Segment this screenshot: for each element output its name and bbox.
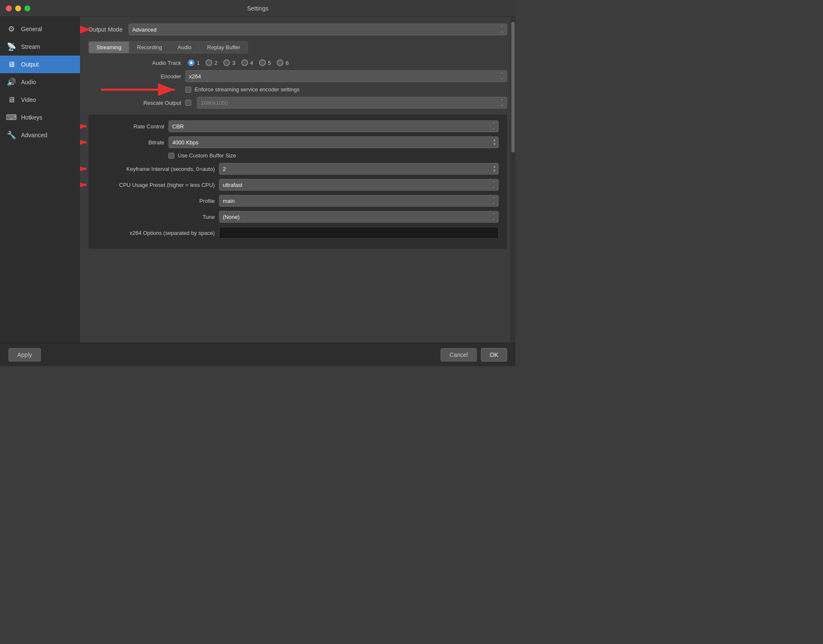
speaker-icon: 🔊 bbox=[7, 77, 16, 87]
track-6[interactable]: 6 bbox=[277, 59, 289, 66]
tune-select-wrapper: (None) film animation bbox=[219, 211, 499, 223]
arrow-rate-control bbox=[80, 118, 93, 135]
rescale-checkbox[interactable] bbox=[185, 100, 191, 106]
bottom-bar: Apply Cancel OK bbox=[0, 343, 516, 366]
tab-streaming[interactable]: Streaming bbox=[89, 42, 129, 53]
radio-track-1[interactable] bbox=[188, 59, 195, 66]
rescale-row: Rescale Output 1680x1050 1920x1080 bbox=[88, 97, 507, 109]
x264-options-label: x264 Options (separated by space) bbox=[97, 230, 215, 236]
cpu-preset-select[interactable]: ultrafast superfast veryfast faster fast… bbox=[219, 179, 499, 191]
monitor-icon: 🖥 bbox=[7, 60, 16, 69]
rate-control-select[interactable]: CBR VBR ABR bbox=[168, 120, 499, 132]
cpu-preset-row: CPU Usage Preset (higher = less CPU) ult… bbox=[97, 179, 499, 191]
track-2[interactable]: 2 bbox=[206, 59, 217, 66]
sidebar-item-general[interactable]: ⚙ General bbox=[0, 20, 80, 38]
encoder-label: Encoder bbox=[88, 73, 181, 80]
radio-track-6[interactable] bbox=[277, 59, 283, 66]
bitrate-input-wrapper bbox=[168, 136, 499, 148]
bitrate-label: Bitrate bbox=[97, 139, 164, 146]
apply-button[interactable]: Apply bbox=[8, 348, 41, 362]
output-mode-select[interactable]: Advanced Simple bbox=[128, 24, 507, 35]
arrow-bitrate bbox=[80, 134, 93, 151]
keyframe-row: Keyframe Interval (seconds, 0=auto) bbox=[97, 163, 499, 175]
window-title: Settings bbox=[247, 5, 269, 12]
sidebar-item-hotkeys[interactable]: ⌨ Hotkeys bbox=[0, 109, 80, 126]
output-mode-label: Output Mode bbox=[88, 26, 123, 33]
encoder-select-wrapper: x264 NVENC H.264 bbox=[185, 70, 507, 82]
radio-track-2[interactable] bbox=[206, 59, 212, 66]
sidebar-item-video[interactable]: 🖥 Video bbox=[0, 91, 80, 109]
cpu-preset-select-wrapper: ultrafast superfast veryfast faster fast… bbox=[219, 179, 499, 191]
sidebar-label-advanced: Advanced bbox=[21, 132, 47, 138]
content-area: Output Mode Advanced Simple Streaming Re… bbox=[80, 17, 516, 343]
tabs-container: Streaming Recording Audio Replay Buffer bbox=[88, 41, 248, 53]
x264-options-input[interactable] bbox=[219, 227, 499, 239]
sidebar-item-output[interactable]: 🖥 Output bbox=[0, 56, 80, 73]
tune-label: Tune bbox=[97, 214, 215, 220]
tab-replay-buffer[interactable]: Replay Buffer bbox=[200, 42, 248, 53]
track-1[interactable]: 1 bbox=[188, 59, 200, 66]
cancel-button[interactable]: Cancel bbox=[441, 348, 477, 362]
close-button[interactable] bbox=[6, 5, 12, 11]
gear-icon: ⚙ bbox=[7, 24, 16, 34]
track-5[interactable]: 5 bbox=[259, 59, 271, 66]
profile-row: Profile baseline main high bbox=[97, 195, 499, 207]
keyframe-input-wrapper bbox=[219, 163, 499, 175]
rescale-label: Rescale Output bbox=[88, 100, 181, 106]
enforce-checkbox[interactable] bbox=[185, 87, 191, 93]
rate-control-select-wrapper: CBR VBR ABR bbox=[168, 120, 499, 132]
encoder-select[interactable]: x264 NVENC H.264 bbox=[185, 70, 507, 82]
tab-audio[interactable]: Audio bbox=[170, 42, 200, 53]
minimize-button[interactable] bbox=[15, 5, 21, 11]
sidebar-item-stream[interactable]: 📡 Stream bbox=[0, 38, 80, 56]
track-options: 1 2 3 4 5 bbox=[188, 59, 289, 66]
radio-track-3[interactable] bbox=[223, 59, 230, 66]
audio-track-label: Audio Track bbox=[88, 60, 181, 66]
ok-button[interactable]: OK bbox=[481, 348, 507, 362]
profile-label: Profile bbox=[97, 198, 215, 204]
radio-track-4[interactable] bbox=[241, 59, 248, 66]
profile-select[interactable]: baseline main high bbox=[219, 195, 499, 207]
sidebar-item-audio[interactable]: 🔊 Audio bbox=[0, 73, 80, 91]
scrollbar-track[interactable] bbox=[510, 17, 516, 343]
profile-select-wrapper: baseline main high bbox=[219, 195, 499, 207]
bitrate-input[interactable] bbox=[168, 136, 499, 148]
arrow-enforce bbox=[97, 81, 181, 98]
keyframe-input[interactable] bbox=[219, 163, 499, 175]
encoder-settings-box: Rate Control CBR VBR ABR bbox=[88, 114, 507, 249]
track-3[interactable]: 3 bbox=[223, 59, 235, 66]
arrow-cpu bbox=[80, 176, 93, 193]
traffic-lights bbox=[6, 5, 30, 11]
rate-control-label: Rate Control bbox=[97, 123, 164, 130]
sidebar-label-video: Video bbox=[21, 96, 36, 103]
keyboard-icon: ⌨ bbox=[7, 113, 16, 122]
scrollbar-thumb[interactable] bbox=[511, 22, 515, 152]
title-bar: Settings bbox=[0, 0, 516, 17]
rate-control-row: Rate Control CBR VBR ABR bbox=[97, 120, 499, 132]
tune-row: Tune (None) film animation bbox=[97, 211, 499, 223]
tune-select[interactable]: (None) film animation bbox=[219, 211, 499, 223]
rescale-select[interactable]: 1680x1050 1920x1080 bbox=[197, 97, 507, 109]
custom-buffer-checkbox[interactable] bbox=[168, 153, 174, 159]
main-layout: ⚙ General 📡 Stream 🖥 Output 🔊 Audio 🖥 Vi… bbox=[0, 17, 516, 343]
bottom-right: Cancel OK bbox=[441, 348, 507, 362]
encoder-row: Encoder x264 NVENC H.264 bbox=[88, 70, 507, 82]
stream-icon: 📡 bbox=[7, 42, 16, 51]
track-4[interactable]: 4 bbox=[241, 59, 253, 66]
maximize-button[interactable] bbox=[24, 5, 30, 11]
sidebar: ⚙ General 📡 Stream 🖥 Output 🔊 Audio 🖥 Vi… bbox=[0, 17, 80, 343]
radio-track-5[interactable] bbox=[259, 59, 266, 66]
audio-track-row: Audio Track 1 2 3 bbox=[88, 59, 507, 66]
sidebar-item-advanced[interactable]: 🔧 Advanced bbox=[0, 126, 80, 144]
wrench-icon: 🔧 bbox=[7, 130, 16, 140]
sidebar-label-audio: Audio bbox=[21, 79, 36, 85]
video-icon: 🖥 bbox=[7, 95, 16, 104]
sidebar-label-general: General bbox=[21, 26, 42, 32]
enforce-label: Enforce streaming service encoder settin… bbox=[195, 86, 299, 93]
sidebar-label-output: Output bbox=[21, 61, 39, 68]
tab-recording[interactable]: Recording bbox=[129, 42, 170, 53]
bitrate-row: Bitrate bbox=[97, 136, 499, 148]
custom-buffer-row: Use Custom Buffer Size bbox=[97, 152, 499, 159]
sidebar-label-stream: Stream bbox=[21, 43, 40, 50]
sidebar-label-hotkeys: Hotkeys bbox=[21, 114, 43, 121]
